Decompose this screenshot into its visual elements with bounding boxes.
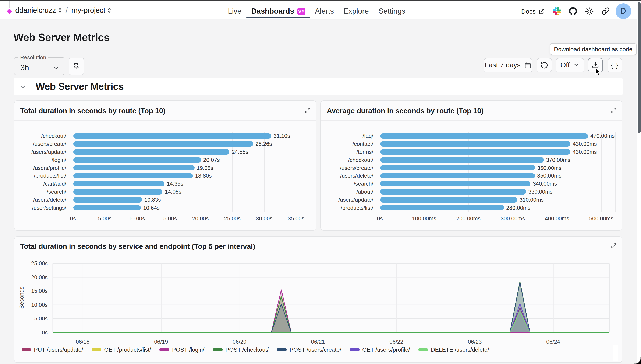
chart-title: Total duration in seconds by route (Top … [20, 107, 165, 115]
x-tick-label: 06/24 [546, 339, 560, 344]
refresh-ccw-icon [540, 62, 548, 69]
bar-value-label: 330.00ms [528, 189, 553, 194]
bar-value-label: 280.00ms [506, 205, 530, 210]
category-label: /search/ [14, 189, 66, 194]
category-label: /checkout/ [14, 133, 66, 139]
bar[interactable] [73, 189, 163, 194]
bar[interactable] [73, 165, 194, 170]
scrollbar-thumb[interactable] [637, 2, 640, 133]
category-label: /users/update/ [321, 197, 373, 202]
bar[interactable] [380, 149, 570, 155]
header-actions: Docs D [521, 2, 631, 20]
legend-label: POST /login/ [172, 346, 205, 353]
legend-label: POST /users/create/ [290, 346, 341, 353]
expand-chart-icon[interactable] [305, 108, 311, 114]
bar[interactable] [380, 181, 530, 186]
bar[interactable] [73, 205, 141, 210]
x-tick-label: 20.00s [192, 216, 209, 221]
plot-right-boundary [615, 132, 615, 212]
legend-swatch [22, 348, 31, 351]
time-range-button[interactable]: Last 7 days [483, 58, 532, 72]
category-label: /users/delete/ [321, 173, 373, 178]
bar-value-label: 340.00ms [533, 181, 557, 186]
legend-item[interactable]: GET /users/profile/ [350, 346, 410, 353]
legend-swatch [213, 348, 222, 351]
x-tick-label: 10.00s [129, 216, 145, 221]
user-avatar[interactable]: D [615, 4, 631, 19]
window-top-strip [0, 0, 641, 1]
project-updown-chevrons-icon[interactable] [107, 8, 111, 13]
bar[interactable] [380, 157, 544, 162]
legend-item[interactable]: POST /login/ [160, 346, 205, 353]
bar[interactable] [73, 133, 271, 138]
legend-label: GET /products/list/ [104, 346, 151, 353]
bar[interactable] [380, 189, 526, 194]
breadcrumb-separator: / [66, 6, 68, 15]
view-as-code-button[interactable]: { } [607, 58, 622, 72]
y-tick-label: 5.00s [14, 316, 48, 322]
nav-tab-dashboards[interactable]: DashboardsV2 [246, 2, 310, 20]
theme-sun-icon[interactable] [585, 7, 593, 16]
bar[interactable] [73, 149, 229, 155]
x-tick-label: 0s [70, 216, 76, 221]
legend-swatch [418, 348, 428, 351]
bar-value-label: 430.00ms [573, 141, 597, 146]
bar[interactable] [73, 141, 253, 146]
category-label: /users/delete/ [14, 197, 66, 202]
bar[interactable] [380, 133, 588, 138]
bar-value-label: 370.00ms [546, 157, 570, 163]
nav-tab-label: Live [228, 7, 241, 16]
nav-tab-live[interactable]: Live [223, 2, 246, 20]
window-corner [634, 357, 641, 364]
resolution-select[interactable]: Resolution 3h [14, 55, 64, 75]
bar[interactable] [380, 197, 517, 202]
project-switcher[interactable]: my-project [72, 6, 105, 15]
x-tick-label: 200.00ms [456, 216, 480, 221]
breadcrumb: ddanielcruzz / my-project [15, 1, 111, 20]
live-toggle-value: Off [560, 61, 569, 69]
category-label: /login/ [14, 157, 66, 163]
legend-swatch [277, 348, 287, 351]
legend-item[interactable]: DELETE /users/delete/ [418, 346, 489, 353]
bar[interactable] [73, 173, 193, 178]
refresh-button[interactable] [537, 58, 552, 72]
bar[interactable] [73, 197, 142, 202]
nav-tab-label: Explore [344, 7, 369, 16]
resolution-label: Resolution [18, 55, 48, 60]
org-updown-chevrons-icon[interactable] [58, 8, 62, 13]
x-tick-label: 25.00s [224, 216, 241, 221]
bar[interactable] [73, 157, 201, 162]
x-tick-label: 100.00ms [412, 216, 436, 221]
bar[interactable] [380, 141, 570, 146]
legend-label: GET /users/profile/ [362, 346, 410, 353]
bar[interactable] [380, 173, 535, 178]
legend-swatch [350, 348, 359, 351]
bar[interactable] [380, 165, 535, 170]
slack-icon[interactable] [553, 8, 561, 16]
legend-item[interactable]: GET /products/list/ [92, 346, 151, 353]
chart-title: Average duration in seconds by route (To… [327, 107, 483, 115]
brand-logo-diamond-icon[interactable] [7, 8, 12, 14]
github-icon[interactable] [569, 8, 577, 16]
legend-item[interactable]: POST /checkout/ [213, 346, 269, 353]
x-tick-label: 30.00s [256, 216, 272, 221]
docs-link[interactable]: Docs [521, 8, 544, 15]
expand-chart-icon[interactable] [611, 108, 617, 114]
live-toggle-dropdown[interactable]: Off [556, 58, 584, 72]
org-switcher[interactable]: ddanielcruzz [15, 6, 56, 15]
copy-link-icon[interactable] [601, 8, 609, 16]
category-label: /search/ [321, 181, 373, 186]
legend-label: POST /checkout/ [225, 346, 269, 353]
bar[interactable] [73, 181, 165, 186]
x-tick-label: 15.00s [160, 216, 177, 221]
mouse-cursor [595, 68, 601, 78]
nav-tab-settings[interactable]: Settings [374, 2, 410, 20]
legend-item[interactable]: PUT /users/update/ [22, 346, 83, 353]
bar[interactable] [380, 205, 504, 210]
section-collapse-chevron-icon[interactable] [19, 83, 27, 90]
legend-item[interactable]: POST /users/create/ [277, 346, 341, 353]
nav-tab-explore[interactable]: Explore [339, 2, 374, 20]
nav-tab-alerts[interactable]: Alerts [310, 2, 339, 20]
y-tick-label: 0s [14, 330, 48, 335]
pin-resolution-button[interactable] [69, 58, 84, 75]
